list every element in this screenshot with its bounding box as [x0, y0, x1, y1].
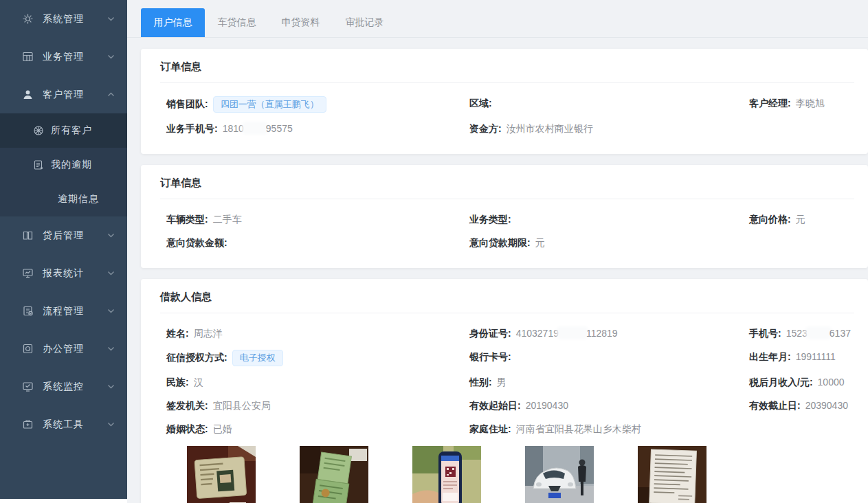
- field-bank-card: 银行卡号:: [469, 350, 749, 366]
- sidebar-item-system-tools[interactable]: 系统工具: [0, 405, 127, 443]
- field-vehicle-type: 车辆类型:二手车: [166, 212, 469, 227]
- chevron-down-icon: [107, 15, 115, 23]
- field-marital-status: 婚姻状态:已婚: [166, 422, 469, 436]
- chevron-down-icon: [107, 232, 115, 239]
- office-icon: [22, 343, 34, 355]
- order-info-card-1: 订单信息 销售团队:四团一营（直属王鹏飞） 区域: 客户经理:李晓旭 业务手机号…: [141, 49, 868, 154]
- chevron-down-icon: [107, 307, 115, 315]
- tools-icon: [22, 418, 34, 430]
- sidebar-item-overdue-info[interactable]: 逾期信息: [0, 182, 127, 216]
- tab-user-info[interactable]: 用户信息: [141, 8, 205, 37]
- field-sales-team: 销售团队:四团一营（直属王鹏飞）: [166, 96, 469, 113]
- field-region: 区域:: [469, 96, 749, 113]
- order-info-2-fields: 车辆类型:二手车 业务类型: 意向价格:元 意向贷款金额: 意向贷款期限:元: [166, 212, 854, 250]
- process-icon: [22, 305, 34, 317]
- tab-car-loan-info[interactable]: 车贷信息: [205, 8, 269, 37]
- order-info-1-fields: 销售团队:四团一营（直属王鹏飞） 区域: 客户经理:李晓旭 业务手机号:1810…: [166, 96, 854, 136]
- field-issuing-authority: 签发机关:宜阳县公安局: [166, 399, 469, 413]
- sidebar-item-all-customers[interactable]: 所有客户: [0, 113, 127, 148]
- credit-auth-tag[interactable]: 电子授权: [232, 350, 283, 366]
- sidebar-item-system-monitor[interactable]: 系统监控: [0, 368, 127, 405]
- customers-icon: [33, 125, 44, 136]
- card-title: 订单信息: [160, 60, 854, 83]
- sidebar-item-label: 逾期信息: [58, 193, 99, 205]
- sidebar-submenu-customer: 所有客户 我的逾期 逾期信息: [0, 113, 127, 216]
- field-empty: [749, 236, 854, 250]
- sidebar-item-label: 系统管理: [43, 13, 107, 25]
- field-valid-to: 有效截止日:20390430: [749, 399, 854, 413]
- field-gender: 性别:男: [469, 375, 749, 390]
- field-monthly-income: 税后月收入/元:10000: [749, 375, 854, 390]
- tab-loan-application-docs[interactable]: 申贷资料: [269, 8, 333, 37]
- tab-bar: 用户信息 车贷信息 申贷资料 审批记录: [127, 0, 868, 38]
- field-valid-from: 有效起始日:20190430: [469, 399, 749, 413]
- photo-id-card[interactable]: 本人照: [187, 446, 256, 503]
- field-business-type: 业务类型:: [469, 212, 749, 227]
- card-title: 订单信息: [160, 177, 854, 199]
- photo-qr-authorization[interactable]: 授权证明: [412, 446, 481, 503]
- field-empty: [749, 122, 854, 136]
- main-content: 用户信息 车贷信息 申贷资料 审批记录 订单信息 销售团队:四团一营（直属王鹏飞…: [127, 0, 868, 503]
- field-home-address: 家庭住址:河南省宜阳县花果山乡木柴村: [469, 422, 749, 436]
- report-icon: [22, 267, 34, 279]
- sidebar-item-report-statistics[interactable]: 报表统计: [0, 254, 127, 292]
- sidebar-item-label: 所有客户: [51, 124, 92, 137]
- sidebar-item-label: 贷后管理: [43, 230, 107, 242]
- sidebar-item-postloan-management[interactable]: 贷后管理: [0, 216, 127, 254]
- field-funder: 资金方:汝州市农村商业银行: [469, 122, 749, 136]
- field-ethnicity: 民族:汉: [166, 375, 469, 390]
- sidebar-item-label: 流程管理: [43, 305, 107, 317]
- photo-person-with-car[interactable]: 人车照: [525, 446, 594, 503]
- field-intent-loan-term: 意向贷款期限:元: [469, 236, 749, 250]
- borrower-info-card: 借款人信息 姓名:周志洋 身份证号:41032719112819 手机号:152…: [141, 279, 868, 503]
- chevron-down-icon: [107, 345, 115, 353]
- redaction-blur: [244, 124, 266, 133]
- sidebar-item-label: 报表统计: [43, 267, 107, 280]
- field-credit-auth-method: 征信授权方式:电子授权: [166, 350, 469, 366]
- gear-icon: [22, 13, 34, 25]
- field-empty: [749, 422, 854, 436]
- field-business-phone: 业务手机号:181095575: [166, 122, 469, 136]
- field-id-number: 身份证号:41032719112819: [469, 326, 749, 341]
- sidebar-item-customer-management[interactable]: 客户管理: [0, 76, 127, 113]
- chevron-up-icon: [107, 91, 115, 98]
- sidebar-item-my-overdue[interactable]: 我的逾期: [0, 148, 127, 182]
- field-name: 姓名:周志洋: [166, 326, 469, 341]
- field-intent-price: 意向价格:元: [749, 212, 854, 227]
- borrower-fields: 姓名:周志洋 身份证号:41032719112819 手机号:15236137 …: [166, 326, 854, 436]
- photo-license-booklet[interactable]: 驾驶证照片: [300, 446, 368, 503]
- redaction-blur: [559, 328, 586, 337]
- sidebar-item-label: 我的逾期: [51, 159, 92, 171]
- sidebar-item-label: 业务管理: [43, 51, 107, 63]
- field-mobile-number: 手机号:15236137: [749, 326, 854, 341]
- sidebar-item-system-management[interactable]: 系统管理: [0, 0, 127, 38]
- sales-team-tag[interactable]: 四团一营（直属王鹏飞）: [213, 96, 326, 113]
- sidebar-item-label: 客户管理: [43, 89, 107, 101]
- chevron-down-icon: [107, 269, 115, 277]
- document-photos: 本人照 驾驶证照片: [187, 446, 854, 503]
- sidebar-item-office-management[interactable]: 办公管理: [0, 330, 127, 368]
- sidebar-item-label: 办公管理: [43, 343, 107, 355]
- chevron-down-icon: [107, 53, 115, 60]
- redaction-blur: [808, 328, 830, 337]
- book-icon: [22, 230, 34, 241]
- user-icon: [22, 89, 34, 100]
- sidebar-item-process-management[interactable]: 流程管理: [0, 292, 127, 330]
- field-intent-loan-amount: 意向贷款金额:: [166, 236, 469, 250]
- chevron-down-icon: [107, 421, 115, 428]
- order-info-card-2: 订单信息 车辆类型:二手车 业务类型: 意向价格:元 意向贷款金额: 意向贷款期…: [141, 165, 868, 268]
- sidebar-item-label: 系统监控: [43, 381, 107, 393]
- document-icon: [33, 159, 44, 170]
- app-window: 系统管理 业务管理 客户管理 所有客户: [0, 0, 868, 503]
- sidebar-item-label: 系统工具: [43, 418, 107, 431]
- photo-handwritten-document[interactable]: 其他材料: [638, 446, 706, 503]
- monitor-icon: [22, 381, 34, 392]
- chevron-down-icon: [107, 383, 115, 390]
- tab-approval-records[interactable]: 审批记录: [333, 8, 397, 37]
- grid-icon: [22, 51, 34, 63]
- sidebar: 系统管理 业务管理 客户管理 所有客户: [0, 0, 127, 499]
- sidebar-bottom-strip: [0, 499, 127, 503]
- card-title: 借款人信息: [160, 291, 854, 313]
- field-birth-date: 出生年月:19911111: [749, 350, 854, 366]
- sidebar-item-business-management[interactable]: 业务管理: [0, 38, 127, 76]
